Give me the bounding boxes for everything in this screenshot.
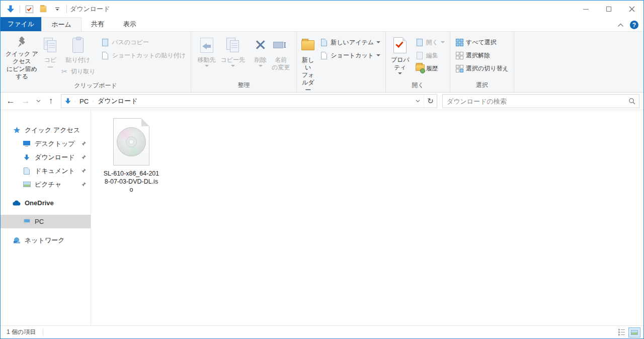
- titlebar: ダウンロード: [1, 1, 643, 18]
- delete-label: 削除: [255, 56, 267, 64]
- network-icon: [13, 236, 21, 244]
- breadcrumb-current[interactable]: ダウンロード: [96, 96, 140, 107]
- copy-icon: [44, 36, 57, 55]
- view-toggle-buttons: [615, 327, 643, 337]
- clipboard-group-label: クリップボード: [1, 80, 191, 93]
- navigation-bar: ← → ↑ PC ダウンロード ↻: [1, 93, 643, 110]
- document-icon: [23, 167, 31, 175]
- sidebar-item-network[interactable]: ネットワーク: [1, 233, 91, 247]
- new-folder-button[interactable]: 新しい フォルダー: [299, 34, 317, 94]
- select-none-icon: [455, 51, 463, 59]
- move-to-button[interactable]: 移動先: [195, 34, 218, 80]
- cut-icon: ✂: [60, 67, 68, 75]
- new-folder-qat-button[interactable]: [38, 4, 48, 14]
- properties-dropdown-icon: [398, 72, 402, 74]
- chevron-down-icon: [416, 100, 420, 103]
- select-group-label: 選択: [450, 80, 514, 92]
- copy-path-label: パスのコピー: [112, 38, 148, 47]
- new-item-label: 新しいアイテム: [331, 38, 374, 47]
- tab-view[interactable]: 表示: [114, 17, 146, 31]
- cut-label: 切り取り: [71, 67, 96, 76]
- sidebar-item-pictures[interactable]: ピクチャ: [1, 178, 91, 191]
- minimize-ribbon-icon[interactable]: [617, 23, 624, 27]
- tab-file[interactable]: ファイル: [1, 17, 41, 31]
- delete-button[interactable]: ✕ 削除: [252, 34, 269, 80]
- sidebar-item-documents[interactable]: ドキュメント: [1, 164, 91, 178]
- copy-path-button[interactable]: パスのコピー: [101, 37, 186, 48]
- paste-icon: [72, 36, 84, 55]
- edit-button[interactable]: 編集: [416, 50, 445, 61]
- paste-shortcut-button[interactable]: ショートカットの貼り付け: [101, 50, 186, 61]
- minimize-button[interactable]: [574, 1, 597, 18]
- properties-button[interactable]: プロパティ: [388, 34, 413, 80]
- sidebar-label: クイック アクセス: [25, 126, 80, 135]
- new-item-icon: [320, 38, 328, 46]
- shortcut-button[interactable]: ショートカット: [320, 50, 380, 61]
- qat-separator: [66, 5, 67, 13]
- ribbon-group-select: すべて選択 選択解除 選択の切り替え 選択: [450, 32, 514, 92]
- tab-share[interactable]: 共有: [82, 17, 114, 31]
- history-icon: [416, 64, 424, 72]
- sidebar-label: ドキュメント: [35, 166, 75, 176]
- address-bar[interactable]: PC ダウンロード ↻: [61, 94, 437, 108]
- sidebar-label: ピクチャ: [35, 180, 61, 189]
- breadcrumb-pc[interactable]: PC: [77, 97, 91, 106]
- sidebar-item-desktop[interactable]: デスクトップ: [1, 137, 91, 150]
- delete-icon: ✕: [254, 36, 267, 55]
- maximize-button[interactable]: [597, 1, 620, 18]
- search-icon[interactable]: [625, 98, 639, 105]
- sidebar-item-onedrive[interactable]: OneDrive: [1, 196, 91, 210]
- new-item-dropdown-icon: [376, 41, 380, 43]
- history-button[interactable]: 履歴: [416, 63, 445, 74]
- invert-selection-label: 選択の切り替え: [466, 64, 509, 73]
- invert-selection-button[interactable]: 選択の切り替え: [455, 63, 509, 74]
- copy-button[interactable]: コピー: [41, 34, 59, 80]
- paste-button[interactable]: 貼り付け: [60, 36, 96, 64]
- forward-button[interactable]: →: [19, 94, 33, 108]
- iso-file-icon: [113, 118, 149, 165]
- select-none-button[interactable]: 選択解除: [455, 50, 509, 61]
- refresh-button[interactable]: ↻: [424, 95, 437, 108]
- invert-selection-icon: [455, 64, 463, 72]
- paste-label: 貼り付け: [65, 56, 90, 64]
- properties-qat-button[interactable]: [24, 4, 34, 14]
- quick-access-toolbar: [1, 4, 67, 14]
- address-dropdown-button[interactable]: [412, 95, 424, 108]
- customize-qat-button[interactable]: [52, 4, 62, 14]
- recent-locations-button[interactable]: [34, 94, 43, 108]
- help-icon[interactable]: ?: [630, 21, 638, 29]
- back-button[interactable]: ←: [4, 94, 18, 108]
- pin-label-line1: クイック アクセス: [6, 50, 38, 65]
- new-item-button[interactable]: 新しいアイテム: [320, 37, 380, 48]
- file-item-iso[interactable]: SL-610-x86_64-2018-07-03-DVD-DL.iso: [103, 118, 159, 194]
- sidebar-item-quick-access[interactable]: クイック アクセス: [1, 123, 91, 137]
- tabrow-right: ?: [617, 21, 643, 31]
- thumbnail-view-button[interactable]: [628, 327, 640, 337]
- rename-icon: I: [273, 36, 288, 55]
- sidebar-item-downloads[interactable]: ダウンロード: [1, 150, 91, 164]
- rename-button[interactable]: I 名前 の変更: [269, 34, 292, 80]
- properties-label: プロパティ: [390, 56, 410, 71]
- up-button[interactable]: ↑: [44, 94, 58, 108]
- select-all-label: すべて選択: [466, 38, 497, 47]
- pc-icon: [23, 218, 31, 226]
- details-view-button[interactable]: [615, 327, 627, 337]
- select-all-button[interactable]: すべて選択: [455, 37, 509, 48]
- ribbon-group-open: プロパティ 開く 編集 履歴: [386, 32, 450, 92]
- edit-icon: [416, 51, 424, 59]
- search-input[interactable]: [443, 98, 625, 105]
- organize-group-label: 整理: [191, 80, 296, 92]
- copy-path-icon: [101, 38, 109, 46]
- sidebar-item-pc[interactable]: PC: [1, 215, 91, 228]
- pin-to-quick-access-button[interactable]: クイック アクセス にピン留めする: [3, 34, 41, 80]
- chevron-right-icon: [92, 99, 95, 104]
- open-button[interactable]: 開く: [416, 37, 445, 48]
- file-list: SL-610-x86_64-2018-07-03-DVD-DL.iso: [91, 110, 643, 325]
- tab-home[interactable]: ホーム: [41, 17, 82, 31]
- pin-icon: [81, 182, 87, 187]
- close-button[interactable]: [620, 1, 643, 18]
- chevron-down-icon: [55, 8, 59, 11]
- copy-to-button[interactable]: コピー先: [218, 34, 248, 80]
- cut-button[interactable]: ✂ 切り取り: [60, 66, 96, 77]
- chevron-down-icon: [36, 100, 41, 103]
